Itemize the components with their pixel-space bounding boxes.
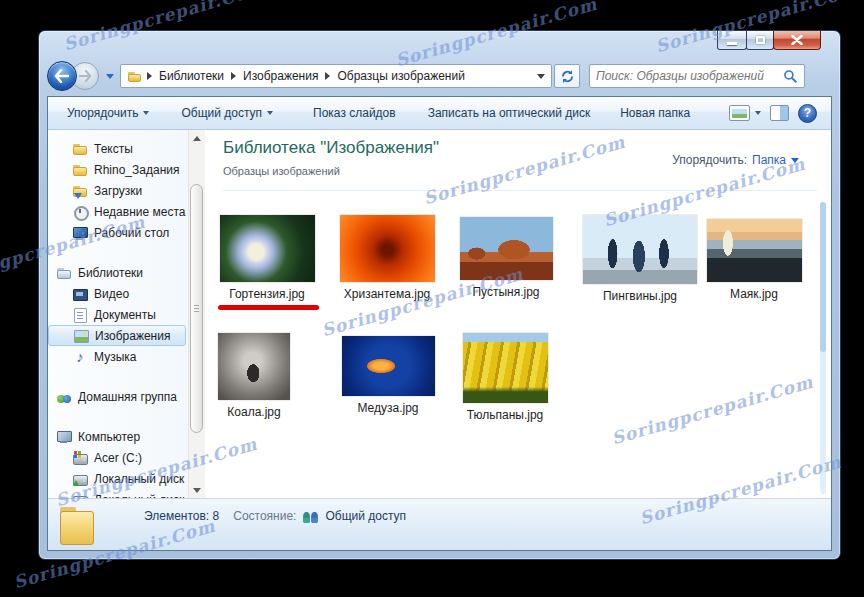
back-arrow-icon (54, 69, 70, 83)
file-name: Медуза.jpg (357, 401, 418, 415)
search-box[interactable] (589, 64, 805, 88)
minimize-icon (727, 42, 737, 45)
breadcrumb-pictures[interactable]: Изображения (241, 68, 320, 84)
arrange-by-control[interactable]: Упорядочить: Папка (672, 153, 799, 167)
status-items: Элементов: 8 Состояние: Общий доступ (144, 509, 406, 523)
shared-people-icon (302, 509, 319, 523)
breadcrumb-sample-pictures[interactable]: Образцы изображений (335, 68, 466, 84)
sidebar-item-computer[interactable]: Компьютер (48, 426, 188, 447)
sidebar-item-label: Документы (94, 308, 156, 322)
thumbnail-tulips[interactable] (463, 333, 548, 403)
maximize-button[interactable] (746, 31, 774, 50)
scroll-down-button[interactable] (189, 482, 205, 498)
sidebar-item-rhino[interactable]: Rhino_Задания (48, 159, 188, 180)
organize-button[interactable]: Упорядочить (58, 101, 158, 125)
sidebar-item-label: Музыка (94, 350, 136, 364)
sidebar-item-label: Загрузки (94, 184, 142, 198)
drive-badge-icon (73, 480, 79, 486)
forward-arrow-icon (78, 70, 92, 82)
thumbnail-koala[interactable] (218, 333, 290, 400)
sidebar-item-local-disk-2[interactable]: Локальный диск (48, 489, 188, 498)
change-view-button[interactable] (729, 105, 761, 121)
address-dropdown-icon[interactable] (537, 74, 545, 79)
explorer-window: Библиотеки Изображения Образцы изображен… (38, 30, 841, 560)
dropdown-arrow-icon (267, 111, 273, 115)
windows-flag-icon (74, 451, 77, 454)
recent-pages-dropdown[interactable] (106, 74, 114, 79)
sidebar-item-downloads[interactable]: Загрузки (48, 180, 188, 201)
new-folder-button[interactable]: Новая папка (611, 101, 699, 125)
arrange-label: Упорядочить: (672, 153, 747, 167)
sidebar-scrollbar[interactable] (188, 130, 205, 498)
file-name: Коала.jpg (227, 405, 280, 419)
minimize-button[interactable] (717, 31, 747, 50)
file-pane: Библиотека "Изображения" Образцы изображ… (205, 130, 831, 498)
new-folder-label: Новая папка (620, 106, 690, 120)
homegroup-icon (56, 389, 72, 405)
drive-icon (72, 471, 88, 487)
file-lighthouse[interactable]: Маяк.jpg (697, 219, 811, 301)
items-count: Элементов: 8 (144, 509, 219, 523)
arrange-value[interactable]: Папка (752, 153, 786, 167)
help-icon: ? (804, 106, 811, 120)
file-desert[interactable]: Пустыня.jpg (449, 217, 563, 299)
breadcrumb-separator-icon (231, 72, 236, 80)
scrollbar-thumb[interactable] (820, 202, 826, 352)
file-jellyfish[interactable]: Медуза.jpg (331, 336, 445, 415)
burn-label: Записать на оптический диск (428, 106, 591, 120)
refresh-button[interactable] (554, 64, 580, 88)
help-button[interactable]: ? (798, 104, 817, 123)
address-bar[interactable]: Библиотеки Изображения Образцы изображен… (120, 64, 552, 88)
status-bar: Элементов: 8 Состояние: Общий доступ (48, 498, 831, 550)
file-hydrangea[interactable]: Гортензия.jpg (210, 215, 324, 301)
file-koala[interactable]: Коала.jpg (197, 333, 311, 419)
sidebar-item-video[interactable]: Видео (48, 283, 188, 304)
sidebar-item-label: Рабочий стол (94, 226, 169, 240)
file-penguins[interactable]: Пингвины.jpg (583, 215, 697, 303)
share-label: Общий доступ (181, 106, 262, 120)
pictures-icon (73, 328, 89, 344)
recent-places-icon (72, 204, 88, 220)
close-button[interactable] (773, 31, 821, 50)
window-inner: Упорядочить Общий доступ Показ слайдов З… (47, 96, 832, 551)
scroll-up-button[interactable] (189, 130, 205, 146)
sidebar-item-local-disk-1[interactable]: Локальный диск (48, 468, 188, 489)
sidebar-item-drive-c[interactable]: Acer (C:) (48, 447, 188, 468)
sidebar-item-desktop[interactable]: Рабочий стол (48, 222, 188, 243)
file-pane-scrollbar[interactable] (820, 202, 826, 494)
slideshow-button[interactable]: Показ слайдов (304, 101, 405, 125)
thumbnail-lighthouse[interactable] (707, 219, 802, 282)
file-chrysanthemum[interactable]: Хризантема.jpg (330, 215, 444, 301)
thumbnail-penguins[interactable] (583, 215, 697, 284)
share-button[interactable]: Общий доступ (172, 101, 282, 125)
sidebar-item-documents[interactable]: Документы (48, 304, 188, 325)
back-button[interactable] (47, 61, 77, 91)
burn-button[interactable]: Записать на оптический диск (419, 101, 600, 125)
navigation-bar: Библиотеки Изображения Образцы изображен… (47, 61, 832, 91)
preview-pane-button[interactable] (770, 105, 789, 121)
breadcrumb-libraries[interactable]: Библиотеки (157, 68, 226, 84)
search-icon (783, 69, 798, 84)
thumbnail-jellyfish[interactable] (342, 336, 435, 396)
sidebar-item-homegroup[interactable]: Домашняя группа (48, 386, 188, 407)
thumbnail-hydrangea[interactable] (220, 215, 315, 282)
sidebar-item-pictures[interactable]: Изображения (48, 325, 186, 346)
drive-icon (72, 492, 88, 499)
thumbnail-desert[interactable] (460, 217, 553, 280)
sidebar-item-libraries[interactable]: Библиотеки (48, 262, 188, 283)
sidebar-item-texts[interactable]: Тексты (48, 138, 188, 159)
window-controls (717, 31, 821, 50)
file-tulips[interactable]: Тюльпаны.jpg (448, 333, 562, 422)
file-name: Пингвины.jpg (603, 289, 677, 303)
search-input[interactable] (596, 69, 783, 83)
thumbnail-chrysanthemum[interactable] (340, 215, 435, 282)
screenshot-root: { "watermark": { "text": "Soringpcrepair… (0, 0, 864, 597)
toolbar-right-group: ? (729, 104, 821, 123)
sidebar-item-music[interactable]: ♪ Музыка (48, 346, 188, 367)
sidebar-item-label: Домашняя группа (78, 390, 177, 404)
close-icon (791, 35, 803, 45)
file-name: Хризантема.jpg (344, 287, 431, 301)
documents-icon (72, 307, 88, 323)
breadcrumb-separator-icon (147, 72, 152, 80)
sidebar-item-recent-places[interactable]: Недавние места (48, 201, 188, 222)
